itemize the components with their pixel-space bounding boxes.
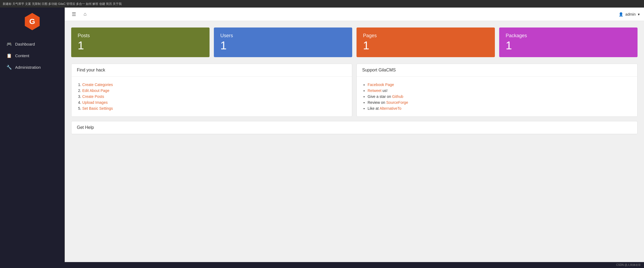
home-icon: ⌂ <box>84 11 87 17</box>
hack-link-create-posts[interactable]: Create Posts <box>82 94 104 99</box>
administration-nav-icon: 🔧 <box>6 65 12 70</box>
stats-grid: Posts 1 Users 1 Pages 1 Packages 1 <box>71 28 638 57</box>
home-button[interactable]: ⌂ <box>81 10 89 19</box>
support-item-retweet: Retweet us! <box>368 88 632 93</box>
sidebar-item-administration[interactable]: 🔧Administration <box>0 62 64 73</box>
support-item-github: Give a star on Github <box>368 94 632 99</box>
stat-value-users: 1 <box>220 39 346 52</box>
user-label: admin <box>625 12 636 16</box>
stat-card-pages[interactable]: Pages 1 <box>357 28 495 57</box>
hack-item-basic-settings: Set Basic Settings <box>82 106 347 111</box>
stat-card-users[interactable]: Users 1 <box>214 28 352 57</box>
hack-item-create-categories: Create Categories <box>82 83 347 87</box>
support-link-github[interactable]: Github <box>392 94 403 99</box>
support-link-sourceforge[interactable]: SourceForge <box>386 100 408 105</box>
sidebar-logo: G <box>0 8 64 35</box>
support-item-sourceforge: Review on SourceForge <box>368 100 632 105</box>
get-help-panel: Get Help <box>71 121 638 134</box>
stat-value-packages: 1 <box>506 39 631 52</box>
hack-link-create-categories[interactable]: Create Categories <box>82 83 113 87</box>
sidebar-item-label-content: Content <box>15 53 29 58</box>
sidebar-item-label-administration: Administration <box>15 65 41 70</box>
main-area: ☰ ⌂ 👤 admin ▾ Posts 1 Users 1 Pages 1 <box>65 8 644 262</box>
menu-toggle-button[interactable]: ☰ <box>69 10 79 19</box>
user-icon: 👤 <box>619 12 623 16</box>
stat-value-pages: 1 <box>363 39 488 52</box>
bottom-bar-text: CSDN @人间体佐菲 <box>616 263 641 267</box>
support-title: Support GilaCMS <box>357 64 637 77</box>
browser-bar: 新建标 天气帮手 文案 无限制 日图 多功能 GilaC 管理后 多合一 如何 … <box>0 0 644 8</box>
sidebar-item-dashboard[interactable]: 🎮Dashboard <box>0 39 64 49</box>
hamburger-icon: ☰ <box>72 11 76 17</box>
browser-bar-text: 新建标 天气帮手 文案 无限制 日图 多功能 GilaC 管理后 多合一 如何 … <box>3 2 122 6</box>
get-help-title: Get Help <box>71 121 637 134</box>
content-area: Posts 1 Users 1 Pages 1 Packages 1 Find … <box>65 21 644 262</box>
hack-link-basic-settings[interactable]: Set Basic Settings <box>82 106 113 111</box>
dropdown-icon: ▾ <box>638 12 640 16</box>
find-hack-body: Create CategoriesEdit About PageCreate P… <box>71 77 352 116</box>
stat-card-posts[interactable]: Posts 1 <box>71 28 210 57</box>
support-link-retweet[interactable]: Retweet <box>368 88 381 93</box>
stat-card-packages[interactable]: Packages 1 <box>499 28 638 57</box>
hack-link-upload-images[interactable]: Upload Images <box>82 100 108 105</box>
support-item-facebook: Facebook Page <box>368 83 632 87</box>
dashboard-nav-icon: 🎮 <box>6 42 12 47</box>
logo-icon: G <box>24 13 41 30</box>
header-left: ☰ ⌂ <box>69 10 89 19</box>
support-link-facebook[interactable]: Facebook Page <box>368 83 394 87</box>
support-body: Facebook PageRetweet us!Give a star on G… <box>357 77 637 116</box>
top-header: ☰ ⌂ 👤 admin ▾ <box>65 8 644 21</box>
content-nav-icon: 📋 <box>6 53 12 58</box>
find-hack-panel: Find your hack Create CategoriesEdit Abo… <box>71 64 352 117</box>
user-menu[interactable]: 👤 admin ▾ <box>619 12 640 16</box>
find-hack-title: Find your hack <box>71 64 352 77</box>
bottom-bar: CSDN @人间体佐菲 <box>0 262 644 268</box>
stat-title-users: Users <box>220 33 346 39</box>
hack-item-upload-images: Upload Images <box>82 100 347 105</box>
stat-value-posts: 1 <box>78 39 203 52</box>
hack-item-create-posts: Create Posts <box>82 94 347 99</box>
sidebar-item-content[interactable]: 📋Content <box>0 50 64 61</box>
support-panel: Support GilaCMS Facebook PageRetweet us!… <box>357 64 638 117</box>
app-wrapper: G 🎮Dashboard📋Content🔧Administration ☰ ⌂ … <box>0 8 644 262</box>
sidebar: G 🎮Dashboard📋Content🔧Administration <box>0 8 65 262</box>
hack-link-edit-about[interactable]: Edit About Page <box>82 88 109 93</box>
sidebar-nav: 🎮Dashboard📋Content🔧Administration <box>0 35 64 77</box>
stat-title-posts: Posts <box>78 33 203 39</box>
hack-item-edit-about: Edit About Page <box>82 88 347 93</box>
stat-title-pages: Pages <box>363 33 488 39</box>
support-link-alternativeto[interactable]: AlternativeTo <box>379 106 401 111</box>
stat-title-packages: Packages <box>506 33 631 39</box>
panels-grid: Find your hack Create CategoriesEdit Abo… <box>71 64 638 117</box>
support-item-alternativeto: Like at AlternativeTo <box>368 106 632 111</box>
sidebar-item-label-dashboard: Dashboard <box>15 42 35 46</box>
